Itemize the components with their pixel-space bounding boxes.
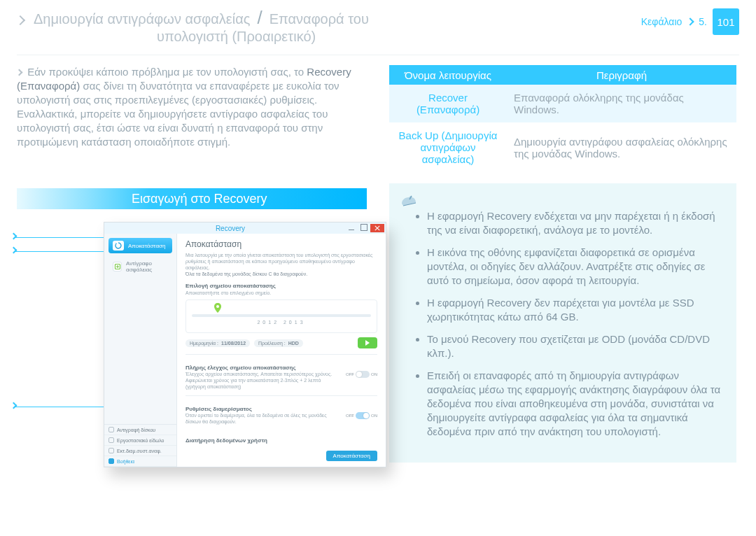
left-column: Εάν προκύψει κάποιο πρόβλημα με τον υπολ… bbox=[17, 65, 364, 467]
svg-point-1 bbox=[216, 305, 219, 308]
panel-title: Αποκατάσταση bbox=[186, 239, 377, 249]
close-icon bbox=[374, 225, 380, 231]
timeline-years: 2012 2013 bbox=[192, 320, 371, 325]
sidebar-item-label: Βοήθεια bbox=[117, 459, 134, 464]
intro-text-a: Εάν προκύψει κάποιο πρόβλημα με τον υπολ… bbox=[27, 66, 307, 78]
sidebar-bottom-list: Αντιγραφή δίσκου Εργοστασιακό είδωλο Εκτ… bbox=[104, 424, 176, 467]
subheading-full-check: Πλήρης έλεγχος σημείου αποκατάστασης bbox=[186, 365, 377, 371]
chevron-right-icon bbox=[687, 17, 694, 25]
note-item: Το μενού Recovery που σχετίζεται με ODD … bbox=[427, 332, 724, 360]
feature-desc: Δημιουργία αντιγράφου ασφαλείας ολόκληρη… bbox=[507, 122, 736, 172]
subdesc-partition: Όταν οριστεί το διαμέρισμα, όλα τα δεδομ… bbox=[186, 412, 340, 425]
note-icon bbox=[400, 193, 417, 209]
recover-icon bbox=[113, 241, 124, 251]
callout-line-backup-tab bbox=[15, 251, 104, 252]
intro-paragraph: Εάν προκύψει κάποιο πρόβλημα με τον υπολ… bbox=[17, 65, 364, 149]
sidebar-item-label: Αντιγραφή δίσκου bbox=[117, 428, 155, 432]
sidebar-item-label: Εκτ.διαμ.συστ.αναφ. bbox=[117, 449, 162, 453]
restore-button-row: Αποκατάσταση bbox=[186, 451, 377, 461]
sidebar-item-help[interactable]: Βοήθεια bbox=[104, 456, 176, 467]
sidebar-item-disk-copy[interactable]: Αντιγραφή δίσκου bbox=[104, 425, 176, 435]
toggle-partition[interactable]: OFFON bbox=[346, 412, 377, 419]
timeline[interactable]: 2012 2013 bbox=[186, 299, 377, 333]
pill-date: Ημερομηνία :11/08/2012 bbox=[186, 339, 250, 347]
toggle-full-check[interactable]: OFFON bbox=[346, 371, 377, 378]
pill-source: Προέλευση :HDD bbox=[254, 339, 303, 347]
subdesc-full-check: Έλεγχος αρχείου αποκατάστασης. Απαιτείτα… bbox=[186, 371, 340, 390]
note-item: Η εφαρμογή Recovery ενδέχεται να μην παρ… bbox=[427, 209, 724, 237]
feature-desc: Επαναφορά ολόκληρης της μονάδας Windows. bbox=[507, 85, 736, 122]
sidebar-item-label: Εργοστασιακό είδωλο bbox=[117, 438, 164, 443]
sidebar-item-factory-image[interactable]: Εργοστασιακό είδωλο bbox=[104, 435, 176, 446]
chapter-number: 5. bbox=[699, 16, 707, 27]
chevron-right-icon bbox=[10, 402, 18, 409]
feature-name: Recover (Επαναφορά) bbox=[389, 85, 507, 122]
screenshot-wrapper: Recovery Αποκατάσ bbox=[104, 222, 364, 467]
maximize-button[interactable] bbox=[358, 224, 370, 232]
close-button[interactable] bbox=[370, 224, 384, 232]
callout-line-recover-tab bbox=[15, 237, 104, 238]
restore-button[interactable]: Αποκατάσταση bbox=[326, 451, 377, 461]
window-title: Recovery bbox=[115, 225, 345, 232]
sidebar-tab-recover-label: Αποκατάσταση bbox=[128, 243, 165, 249]
table-row: Recover (Επαναφορά) Επαναφορά ολόκληρης … bbox=[389, 85, 736, 122]
page-number-badge: 101 bbox=[713, 8, 739, 35]
chevron-right-icon bbox=[16, 69, 23, 76]
feature-name: Back Up (Δημιουργία αντιγράφων ασφαλείας… bbox=[389, 122, 507, 172]
chevron-right-icon bbox=[10, 247, 18, 254]
window-titlebar: Recovery bbox=[104, 223, 386, 234]
sidebar-tab-recover[interactable]: Αποκατάσταση bbox=[108, 238, 172, 253]
table-row: Back Up (Δημιουργία αντιγράφων ασφαλείας… bbox=[389, 122, 736, 172]
play-icon bbox=[365, 340, 370, 346]
chapter-label: Κεφάλαιο bbox=[641, 16, 682, 27]
main-panel: Αποκατάσταση Μια λειτουργία με την οποία… bbox=[177, 234, 386, 467]
page-header: Δημιουργία αντιγράφων ασφαλείας / Επαναφ… bbox=[0, 0, 756, 48]
start-restore-button[interactable] bbox=[358, 337, 377, 348]
notes-box: Η εφαρμογή Recovery ενδέχεται να μην παρ… bbox=[389, 183, 736, 463]
title-line1: Δημιουργία αντιγράφων ασφαλείας / Επαναφ… bbox=[17, 7, 739, 29]
subdesc-restore-point: Αποκαταστήστε στο επιλεγμένο σημείο. bbox=[186, 290, 377, 295]
note-item: Η εφαρμογή Recovery δεν παρέχεται για μο… bbox=[427, 296, 724, 324]
minimize-button[interactable] bbox=[345, 224, 358, 232]
note-item: Η εικόνα της οθόνης εμφανίζεται διαφορετ… bbox=[427, 246, 724, 288]
panel-description: Μια λειτουργία με την οποία γίνεται αποκ… bbox=[186, 252, 377, 277]
sidebar: Αποκατάσταση Αντίγραφο ασφάλειας Αντιγρα… bbox=[104, 234, 177, 467]
title-slash: / bbox=[257, 7, 262, 29]
section-heading-recovery-intro: Εισαγωγή στο Recovery bbox=[17, 188, 367, 209]
recovery-app-window: Recovery Αποκατάσ bbox=[104, 222, 386, 467]
right-column: Όνομα λειτουργίας Περιγραφή Recover (Επα… bbox=[389, 65, 736, 467]
backup-icon bbox=[113, 262, 122, 271]
feature-table: Όνομα λειτουργίας Περιγραφή Recover (Επα… bbox=[389, 65, 736, 172]
sidebar-tab-backup-label: Αντίγραφο ασφάλειας bbox=[126, 260, 168, 273]
subheading-restore-point: Επιλογή σημείου αποκατάστασης bbox=[186, 283, 377, 289]
subheading-partition: Ρυθμίσεις διαμερίσματος bbox=[186, 406, 377, 412]
callout-line-help bbox=[15, 407, 104, 407]
note-item: Επειδή οι επαναφορές από τη δημιουργία α… bbox=[427, 369, 724, 439]
table-head-name: Όνομα λειτουργίας bbox=[389, 65, 507, 85]
title-part2: Επαναφορά του bbox=[270, 11, 369, 27]
chapter-tag: Κεφάλαιο 5. 101 bbox=[641, 8, 739, 35]
table-head-desc: Περιγραφή bbox=[507, 65, 736, 85]
chevron-right-icon bbox=[15, 15, 25, 25]
chevron-right-icon bbox=[10, 233, 18, 240]
timeline-marker-icon[interactable] bbox=[214, 303, 221, 313]
sidebar-tab-backup[interactable]: Αντίγραφο ασφάλειας bbox=[108, 258, 172, 276]
title-part1: Δημιουργία αντιγράφων ασφαλείας bbox=[34, 11, 250, 27]
sidebar-item-system-partition[interactable]: Εκτ.διαμ.συστ.αναφ. bbox=[104, 446, 176, 456]
subheading-keep-user-data: Διατήρηση δεδομένων χρήστη bbox=[186, 437, 377, 444]
